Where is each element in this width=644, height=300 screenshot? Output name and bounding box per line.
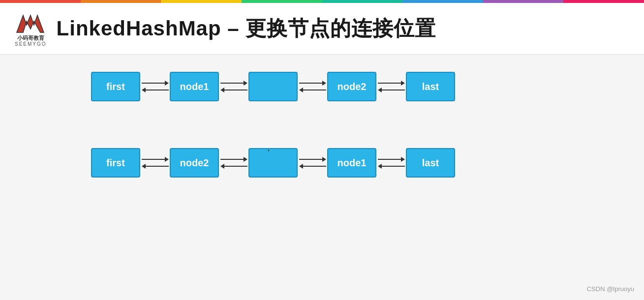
- header: 小码哥教育 SEEMYGO LinkedHashMap – 更换节点的连接位置: [0, 3, 644, 55]
- diagram-top: first node1: [91, 72, 455, 101]
- node-first-top: first: [91, 72, 140, 101]
- page-title: LinkedHashMap – 更换节点的连接位置: [57, 15, 436, 42]
- node-first-bottom: first: [91, 148, 140, 178]
- node-last-bottom: last: [406, 148, 455, 178]
- cursor-indicator: ⬝: [266, 145, 272, 156]
- arrow-1-bottom: [140, 157, 170, 169]
- arrow-3-top: [298, 81, 327, 92]
- node-node2-bottom: node2: [170, 148, 219, 178]
- arrow-4-bottom: [376, 157, 406, 169]
- node-empty-bottom: [248, 148, 298, 178]
- brand-name: 小码哥教育: [17, 35, 44, 41]
- node-last-top: last: [406, 72, 455, 101]
- node-node2-top: node2: [327, 72, 376, 101]
- arrow-1-top: [140, 81, 170, 92]
- logo-icon: [16, 10, 45, 35]
- brand-sub: SEEMYGO: [15, 41, 47, 47]
- arrow-2-bottom: [219, 157, 248, 169]
- arrow-4-top: [376, 81, 406, 92]
- node-node1-top: node1: [170, 72, 219, 101]
- node-node1-bottom: node1: [327, 148, 376, 178]
- main-content: first node1: [0, 55, 644, 300]
- diagram-bottom: first node2: [91, 148, 455, 178]
- node-empty-top: [248, 72, 298, 101]
- svg-marker-0: [17, 15, 44, 32]
- watermark: CSDN @lpruoyu: [587, 285, 634, 293]
- arrow-3-bottom: [298, 157, 327, 169]
- logo-area: 小码哥教育 SEEMYGO: [15, 10, 47, 46]
- arrow-2-top: [219, 81, 248, 92]
